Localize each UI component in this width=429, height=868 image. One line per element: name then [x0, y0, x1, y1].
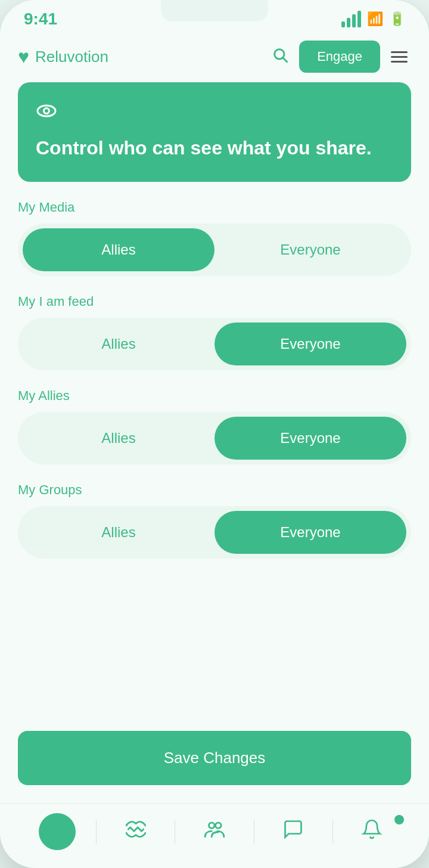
- my-feed-label: My I am feed: [18, 294, 411, 309]
- home-icon: [39, 813, 76, 850]
- phone-frame: 9:41 📶 🔋 ♥ Reluvotion: [0, 0, 429, 868]
- my-allies-allies-button[interactable]: Allies: [23, 417, 214, 460]
- my-groups-allies-button[interactable]: Allies: [23, 511, 214, 554]
- my-feed-allies-button[interactable]: Allies: [23, 323, 214, 365]
- my-media-everyone-button[interactable]: Everyone: [214, 228, 406, 271]
- main-content: My Media Allies Everyone My I am feed Al…: [0, 194, 429, 719]
- heart-icon: ♥: [18, 46, 29, 68]
- privacy-banner: Control who can see what you share.: [18, 82, 411, 182]
- menu-line-3: [391, 61, 408, 63]
- svg-point-3: [44, 108, 49, 114]
- notch: [161, 0, 268, 21]
- menu-button[interactable]: [387, 48, 411, 66]
- engage-button[interactable]: Engage: [299, 41, 380, 73]
- nav-item-groups[interactable]: [175, 818, 253, 845]
- my-allies-everyone-button[interactable]: Everyone: [214, 417, 406, 460]
- nav-item-home[interactable]: [18, 813, 96, 850]
- signal-icon: [341, 11, 361, 27]
- my-groups-label: My Groups: [18, 482, 411, 498]
- svg-line-1: [283, 58, 287, 61]
- svg-point-5: [216, 823, 222, 829]
- eye-icon: [36, 100, 393, 126]
- logo-text: Reluvotion: [35, 48, 108, 66]
- bell-icon: [361, 819, 383, 845]
- my-allies-label: My Allies: [18, 388, 411, 404]
- chat-icon: [282, 819, 304, 845]
- search-button[interactable]: [268, 43, 292, 71]
- content-spacer: [18, 576, 411, 600]
- my-allies-toggle: Allies Everyone: [18, 412, 411, 464]
- bottom-nav: [0, 803, 429, 868]
- header: ♥ Reluvotion Engage: [0, 33, 429, 82]
- my-media-allies-button[interactable]: Allies: [23, 228, 214, 271]
- my-media-group: My Media Allies Everyone: [18, 200, 411, 276]
- phone-inner: 9:41 📶 🔋 ♥ Reluvotion: [0, 0, 429, 868]
- wifi-icon: 📶: [367, 11, 383, 27]
- save-changes-button[interactable]: Save Changes: [18, 731, 411, 785]
- my-media-toggle: Allies Everyone: [18, 224, 411, 276]
- svg-point-4: [209, 823, 215, 829]
- my-groups-everyone-button[interactable]: Everyone: [214, 511, 406, 554]
- notification-badge: [394, 815, 404, 824]
- logo-area: ♥ Reluvotion: [18, 46, 261, 68]
- handshake-icon: [125, 818, 147, 845]
- my-feed-everyone-button[interactable]: Everyone: [214, 323, 406, 365]
- my-media-label: My Media: [18, 200, 411, 215]
- status-icons: 📶 🔋: [341, 11, 405, 27]
- battery-icon: 🔋: [389, 11, 405, 27]
- my-groups-group: My Groups Allies Everyone: [18, 482, 411, 559]
- banner-title: Control who can see what you share.: [36, 136, 393, 161]
- nav-item-notifications[interactable]: [333, 819, 411, 845]
- svg-point-2: [38, 106, 55, 116]
- my-feed-group: My I am feed Allies Everyone: [18, 294, 411, 370]
- my-feed-toggle: Allies Everyone: [18, 318, 411, 370]
- save-area: Save Changes: [0, 719, 429, 803]
- my-groups-toggle: Allies Everyone: [18, 506, 411, 559]
- nav-item-chat[interactable]: [254, 819, 332, 845]
- status-time: 9:41: [24, 10, 57, 29]
- group-icon: [203, 818, 226, 845]
- menu-line-1: [391, 51, 408, 53]
- nav-item-handshake[interactable]: [97, 818, 175, 845]
- my-allies-group: My Allies Allies Everyone: [18, 388, 411, 464]
- menu-line-2: [391, 56, 408, 58]
